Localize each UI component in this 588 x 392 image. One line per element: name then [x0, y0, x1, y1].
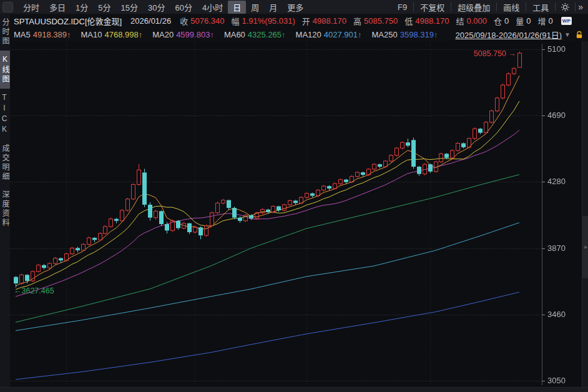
field-position: 仓0 — [494, 15, 509, 27]
quote-date: 2026/01/26 — [130, 16, 171, 26]
quote-info-bar: SPTAUUSDOZ.IDC[伦敦金现] 2026/01/26 收5076.34… — [10, 14, 588, 27]
menu-tab-monthly[interactable]: 月 — [264, 1, 282, 14]
ma120-readout: MA1204027.901↑ — [292, 30, 362, 39]
menu-drawline-button[interactable]: 画线 — [498, 1, 524, 14]
right-panel-strip: » — [582, 41, 588, 387]
ma250-readout: MA2503598.319↑ — [368, 30, 438, 39]
menu-overlay-button[interactable]: 超级叠加 — [453, 1, 495, 14]
sidebar-tab-tick[interactable]: TICK — [0, 89, 10, 140]
menu-divider — [496, 2, 497, 11]
menu-adjust-button[interactable]: 不复权 — [415, 1, 449, 14]
menu-divider — [575, 2, 576, 11]
date-range-selector[interactable]: 2025/09/18-2026/01/26(91日) — [456, 29, 562, 41]
menu-tools-button[interactable]: 工具 — [527, 1, 554, 14]
left-sidebar: 分时图 K线图 TICK 成交明细 深度资料 — [0, 14, 11, 392]
menu-tab-1min[interactable]: 1分 — [71, 1, 93, 14]
menu-tab-15min[interactable]: 15分 — [116, 1, 143, 14]
sidebar-tab-trade-detail[interactable]: 成交明细 — [0, 140, 10, 186]
field-open: 开4988.170 — [302, 15, 346, 27]
menubar-overflow-chevron-icon[interactable]: » — [577, 2, 588, 12]
menu-tab-5min[interactable]: 5分 — [93, 1, 115, 14]
ma-readout-bar: MA54918.389↑ MA104768.998↑ MA204599.803↑… — [10, 27, 588, 41]
sidebar-tab-time-chart[interactable]: 分时图 — [0, 14, 10, 51]
field-volume: 量0 — [516, 15, 531, 27]
up-arrow-icon: ↑ — [210, 30, 214, 39]
up-arrow-icon: ↑ — [358, 30, 362, 39]
wp-icon[interactable]: WP — [561, 17, 572, 25]
ma60-readout: MA604325.265↑ — [220, 30, 286, 39]
sidebar-tab-kline-chart[interactable]: K线图 — [0, 51, 10, 89]
menu-divider — [555, 2, 556, 11]
up-arrow-icon: ↑ — [434, 30, 438, 39]
menu-tab-more[interactable]: 更多 — [282, 1, 308, 14]
sidebar-tab-depth-info[interactable]: 深度资料 — [0, 186, 10, 232]
up-arrow-icon: ↑ — [67, 30, 71, 39]
menu-tab-daily[interactable]: 日 — [228, 1, 246, 14]
menu-tab-4hour[interactable]: 4小时 — [197, 1, 228, 14]
field-low: 低4988.170 — [404, 15, 449, 27]
top-menubar: 分时 多日 1分 5分 15分 30分 60分 4小时 日 周 月 更多 F9 … — [0, 0, 588, 14]
menu-divider — [451, 2, 451, 11]
gear-icon[interactable] — [557, 2, 574, 12]
menu-f9-button[interactable]: F9 — [393, 2, 412, 12]
field-increase: 增0 — [538, 15, 553, 27]
kline-chart-canvas[interactable] — [10, 41, 588, 387]
ma5-readout: MA54918.389↑ — [10, 30, 71, 39]
menu-divider — [413, 2, 414, 11]
field-close: 收5076.340 — [180, 15, 224, 27]
field-change: 幅1.91%(95.031) — [231, 15, 295, 27]
app-icon[interactable] — [2, 2, 13, 12]
lock-icon[interactable] — [576, 31, 583, 39]
ma10-readout: MA104768.998↑ — [77, 30, 142, 39]
menu-tab-60min[interactable]: 60分 — [170, 1, 197, 14]
menu-tab-minute[interactable]: 分时 — [18, 1, 44, 14]
field-settle: 结0.000 — [456, 15, 487, 27]
symbol-name[interactable]: SPTAUUSDOZ.IDC[伦敦金现] — [14, 15, 122, 27]
menu-tab-30min[interactable]: 30分 — [143, 1, 170, 14]
field-high: 高5085.750 — [353, 15, 398, 27]
bottom-border — [0, 387, 588, 392]
up-arrow-icon: ↑ — [282, 30, 286, 39]
menu-divider — [526, 2, 526, 11]
menu-tab-multiday[interactable]: 多日 — [44, 1, 71, 14]
chevron-down-icon[interactable]: ▼ — [564, 31, 571, 38]
trading-app-window: 分时 多日 1分 5分 15分 30分 60分 4小时 日 周 月 更多 F9 … — [0, 0, 588, 392]
up-arrow-icon: ↑ — [139, 30, 143, 39]
expand-panel-chevron-icon[interactable]: » — [582, 216, 588, 278]
menu-tab-weekly[interactable]: 周 — [246, 1, 264, 14]
ma20-readout: MA204599.803↑ — [149, 30, 214, 39]
